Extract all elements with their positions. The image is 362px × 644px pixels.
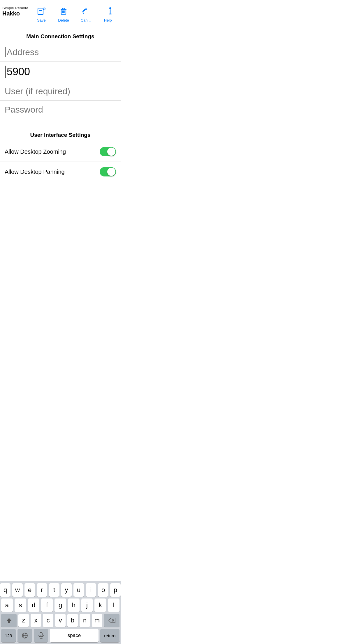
- app-info: Simple Remote Hakko: [2, 4, 29, 17]
- svg-rect-0: [38, 8, 43, 15]
- allow-zooming-row: Allow Desktop Zooming: [0, 142, 121, 162]
- svg-rect-1: [39, 8, 42, 10]
- main-content: Main Connection Settings User Interface …: [0, 26, 121, 182]
- cancel-icon: [79, 5, 92, 18]
- delete-label: Delete: [58, 18, 69, 22]
- user-input[interactable]: [5, 86, 116, 96]
- allow-zooming-toggle[interactable]: [100, 147, 116, 156]
- cancel-label: Can...: [81, 18, 91, 22]
- user-row[interactable]: [0, 82, 121, 101]
- allow-panning-row: Allow Desktop Panning: [0, 162, 121, 182]
- ui-settings-title: User Interface Settings: [0, 125, 121, 142]
- help-button[interactable]: Help: [97, 4, 118, 24]
- allow-panning-toggle[interactable]: [100, 167, 116, 176]
- port-row[interactable]: [0, 62, 121, 82]
- password-row[interactable]: [0, 101, 121, 119]
- address-input[interactable]: [5, 47, 116, 57]
- help-icon: [101, 5, 114, 18]
- save-icon: [35, 5, 48, 18]
- svg-rect-7: [62, 8, 65, 9]
- address-row[interactable]: [0, 43, 121, 62]
- password-input[interactable]: [5, 105, 116, 115]
- cancel-button[interactable]: Can...: [75, 4, 96, 24]
- port-input[interactable]: [5, 66, 116, 78]
- save-button[interactable]: Save: [31, 4, 52, 24]
- toolbar: Simple Remote Hakko Save: [0, 0, 121, 26]
- device-name: Hakko: [2, 10, 29, 17]
- help-label: Help: [104, 18, 112, 22]
- svg-point-11: [109, 7, 111, 9]
- delete-button[interactable]: Delete: [53, 4, 74, 24]
- allow-zooming-label: Allow Desktop Zooming: [5, 148, 66, 155]
- save-label: Save: [37, 18, 46, 22]
- main-connection-title: Main Connection Settings: [0, 26, 121, 43]
- toolbar-actions: Save Delete: [29, 4, 118, 24]
- app-name: Simple Remote: [2, 6, 29, 10]
- delete-icon: [57, 5, 70, 18]
- allow-panning-label: Allow Desktop Panning: [5, 169, 65, 175]
